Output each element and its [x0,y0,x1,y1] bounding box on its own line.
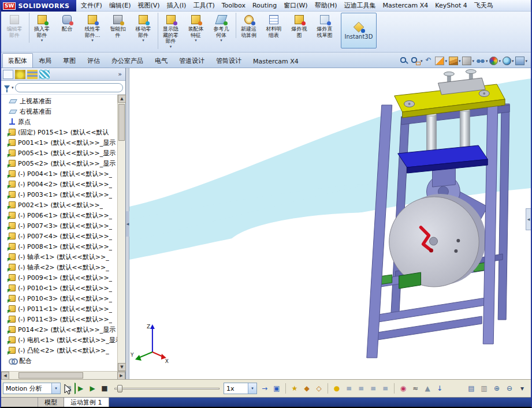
tree-item[interactable]: (-) 凸轮<2> (默认<<默认>>_ [1,345,117,355]
menu-item[interactable]: 视图(V) [134,0,163,11]
instant3d-button[interactable]: Instant3D [341,13,377,48]
collapse-manager-icon[interactable]: ▾ [516,383,528,394]
displaymanager-tab-icon[interactable] [39,70,50,79]
panel-flyout-chevron[interactable]: » [118,70,124,78]
menu-item[interactable]: 窗口(W) [280,0,311,11]
tree-item[interactable]: (-) P007<3> (默认<<默认>>_ [1,220,117,231]
tree-item[interactable]: P002<1> (默认<<默认>>_ [1,200,117,210]
command-tab[interactable]: Mastercam X4 [247,54,304,68]
filter-selected-icon[interactable]: ≡ [367,383,379,394]
save-animation-icon[interactable]: ▣ [271,383,282,394]
tree-item[interactable]: 上视基准面 [1,96,117,106]
autokey-icon[interactable]: ◆ [301,383,312,394]
tree-item[interactable]: 配合 [1,355,117,366]
task-pane-collapse-handle[interactable]: ◀ [526,208,531,230]
zoom-in-timeline-icon[interactable]: ⊕ [491,383,503,394]
zoom-area-icon[interactable]: ▾ [411,57,423,65]
scroll-thumb-horizontal[interactable] [18,372,83,379]
menu-item[interactable]: 帮助(H) [311,0,341,11]
menu-item[interactable]: 迈迪工具集 [340,0,379,11]
tree-item[interactable]: (-) P010<3> (默认<<默认>>_ [1,293,117,304]
section-view-icon[interactable]: ▾ [435,57,447,65]
tree-item[interactable]: (-) P004<2> (默认<<默认>>_ [1,179,117,189]
menu-item[interactable]: Toolbox [218,1,249,10]
study-properties-icon[interactable]: ▥ [478,383,490,394]
new-motion-study-button[interactable]: 新建运动算例 [236,13,261,38]
scroll-track-horizontal[interactable] [9,372,117,379]
featuremanager-tab-icon[interactable] [3,70,13,79]
tree-item[interactable]: (固定) P015<1> (默认<<默认 [1,127,117,137]
edit-component-button[interactable]: 编辑零部件 [2,13,27,38]
tree-item[interactable]: P005<1> (默认<<默认>>_显示 [1,148,117,158]
command-tab[interactable]: 草图 [57,53,81,68]
assembly-features-button[interactable]: 装配体特征 ▾ [183,13,209,43]
command-tab[interactable]: 评估 [81,53,106,68]
menu-item[interactable]: 编辑(E) [106,0,135,11]
scroll-right-button[interactable]: ▶ [117,372,125,380]
command-tab[interactable]: 管筒设计 [210,53,247,68]
menu-item[interactable]: 工具(T) [189,0,218,11]
tree-scrollbar-vertical[interactable]: ▲ ▼ [117,95,125,371]
tree-item[interactable]: (-) P009<1> (默认<<默认>>_ [1,272,117,283]
configurationmanager-tab-icon[interactable] [27,70,38,79]
zoom-fit-icon[interactable] [400,57,409,65]
graphics-viewport[interactable]: Z Y X ◀ [129,68,531,379]
dropdown-caret-icon[interactable]: ▾ [12,85,14,90]
tree-filter-input[interactable] [15,83,123,92]
tree-item[interactable]: (-) 电机<1> (默认<<默认>>_显示 [1,335,117,345]
command-tab[interactable]: 办公室产品 [106,53,149,68]
propertymanager-tab-icon[interactable] [15,70,25,79]
play-icon[interactable]: ▶ [87,383,98,394]
viewport-canvas[interactable]: Z Y X [129,68,531,379]
filter-results-icon[interactable]: ≡ [380,383,391,394]
exploded-view-button[interactable]: 爆炸视图 [287,13,312,38]
menu-item[interactable]: 文件(F) [77,0,106,11]
view-orientation-icon[interactable]: ▾ [449,57,461,65]
tree-item[interactable]: (-) 轴承<1> (默认<<默认>>_ [1,252,117,262]
reference-geometry-button[interactable]: 参考几何体 ▾ [209,13,234,43]
play-from-start-icon[interactable]: ▶ [75,383,86,394]
slider-thumb[interactable] [117,385,122,392]
tree-item[interactable]: (-) P006<1> (默认<<默认>>_ [1,210,117,220]
tree-item[interactable]: (-) P011<1> (默认<<默认>>_ [1,304,117,314]
slider-track[interactable] [114,388,220,390]
hide-show-items-icon[interactable]: ▾ [476,57,488,65]
contact-icon[interactable]: ▲ [422,383,433,394]
scroll-track-vertical[interactable] [118,103,125,363]
playback-speed-select[interactable]: 1x ▾ [224,383,257,394]
filter-none-icon[interactable]: ● [331,383,343,394]
study-type-select[interactable]: Motion 分析 ▾ [3,383,61,394]
tree-item[interactable]: (-) P007<4> (默认<<默认>>_ [1,231,117,241]
show-hidden-components-button[interactable]: 显示隐藏的零部件 ▾ [158,13,183,49]
command-tab[interactable]: 电气 [149,53,173,68]
filter-funnel-icon[interactable] [4,85,10,89]
playback-mode-icon[interactable]: → [259,383,270,394]
menu-item[interactable]: 飞天鸟 [471,0,497,11]
command-tab[interactable]: 管道设计 [173,53,210,68]
add-key-icon[interactable]: ◇ [313,383,325,394]
smart-fasteners-button[interactable]: 智能扣件 [105,13,131,38]
zoom-out-timeline-icon[interactable]: ⊖ [504,383,515,394]
tree-item[interactable]: (-) P011<3> (默认<<默认>>_ [1,314,117,324]
results-plots-icon[interactable]: ▤ [466,383,477,394]
scroll-up-button[interactable]: ▲ [118,95,126,103]
view-settings-icon[interactable]: ▾ [515,57,527,65]
motor-icon[interactable]: ◉ [397,383,409,394]
spring-icon[interactable]: ≈ [410,383,421,394]
edit-appearance-icon[interactable]: ▾ [489,57,501,65]
tree-item[interactable]: P001<1> (默认<<默认>>_显示 [1,137,117,148]
filter-animated-icon[interactable]: ≡ [343,383,355,394]
tree-item[interactable]: 原点 [1,117,117,127]
scroll-left-button[interactable]: ◀ [1,372,9,380]
command-tab[interactable]: 装配体 [2,53,33,68]
filter-driving-icon[interactable]: ≡ [355,383,367,394]
menu-item[interactable]: Mastercam X4 [379,1,431,10]
tree-item[interactable]: 右视基准面 [1,106,117,117]
animation-wizard-icon[interactable]: ★ [289,383,300,394]
tree-item[interactable]: (-) 轴承<2> (默认<<默认>>_ [1,262,117,272]
menu-item[interactable]: KeyShot 4 [431,1,470,10]
move-component-button[interactable]: 移动零部件 ▾ [131,13,156,43]
tree-item[interactable]: P005<2> (默认<<默认>>_显示 [1,158,117,169]
tree-item[interactable]: (-) P010<1> (默认<<默认>>_ [1,283,117,293]
bill-of-materials-button[interactable]: 材料明细表 [261,13,287,38]
